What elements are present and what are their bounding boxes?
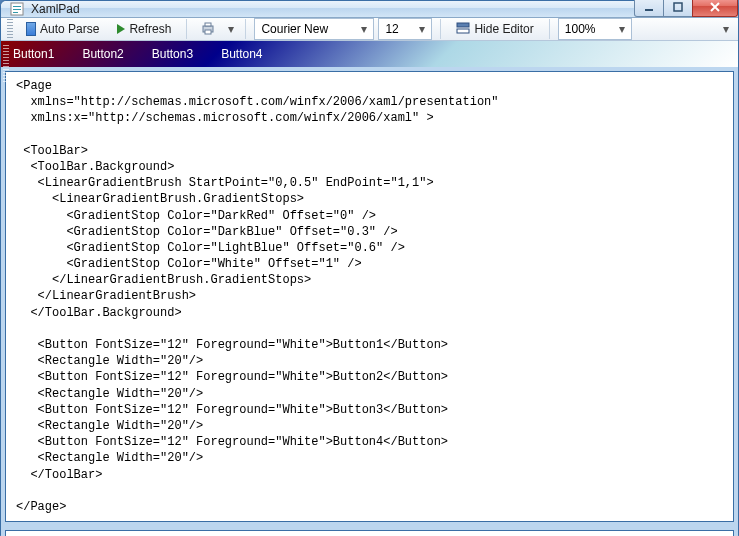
preview-button-2[interactable]: Button2 xyxy=(78,41,127,67)
svg-rect-10 xyxy=(457,29,469,33)
toolbar-grip-icon xyxy=(7,19,13,39)
close-button[interactable] xyxy=(692,0,738,17)
status-container: Done. Markup saved to "C:\Program Files\… xyxy=(1,526,738,536)
hide-editor-button[interactable]: Hide Editor xyxy=(449,18,540,40)
maximize-button[interactable] xyxy=(663,0,693,17)
svg-rect-1 xyxy=(13,6,21,7)
code-editor[interactable]: <Page xmlns="http://schemas.microsoft.co… xyxy=(5,71,734,522)
editor-container: <Page xmlns="http://schemas.microsoft.co… xyxy=(1,67,738,526)
toggle-icon xyxy=(26,22,36,36)
chevron-down-icon: ▾ xyxy=(615,22,629,36)
separator xyxy=(440,19,441,39)
auto-parse-label: Auto Parse xyxy=(40,22,99,36)
separator xyxy=(549,19,550,39)
panel-icon xyxy=(456,21,470,38)
zoom-value: 100% xyxy=(565,22,615,36)
window-buttons xyxy=(635,0,738,17)
zoom-combo[interactable]: 100% ▾ xyxy=(558,18,632,40)
hide-editor-label: Hide Editor xyxy=(474,22,533,36)
app-window: XamlPad Auto Parse Refresh ▾ Courier New… xyxy=(0,0,739,536)
separator xyxy=(245,19,246,39)
preview-button-1[interactable]: Button1 xyxy=(9,41,58,67)
titlebar[interactable]: XamlPad xyxy=(1,1,738,18)
svg-rect-9 xyxy=(457,23,469,27)
toolbar-grip-icon xyxy=(3,45,9,83)
font-size-value: 12 xyxy=(385,22,415,36)
overflow-dropdown[interactable]: ▾ xyxy=(720,22,732,36)
svg-rect-2 xyxy=(13,9,21,10)
svg-rect-3 xyxy=(13,12,18,13)
svg-rect-7 xyxy=(205,23,211,26)
minimize-button[interactable] xyxy=(634,0,664,17)
main-toolbar: Auto Parse Refresh ▾ Courier New ▾ 12 ▾ … xyxy=(1,18,738,41)
print-button[interactable] xyxy=(195,18,221,40)
chevron-down-icon: ▾ xyxy=(357,22,371,36)
preview-toolbar: Button1 Button2 Button3 Button4 xyxy=(1,41,738,67)
refresh-button[interactable]: Refresh xyxy=(110,18,178,40)
auto-parse-button[interactable]: Auto Parse xyxy=(19,18,106,40)
printer-icon xyxy=(200,20,216,39)
svg-rect-8 xyxy=(205,30,211,34)
svg-rect-5 xyxy=(674,3,682,11)
window-title: XamlPad xyxy=(31,2,635,16)
print-dropdown[interactable]: ▾ xyxy=(225,22,237,36)
font-value: Courier New xyxy=(261,22,357,36)
status-bar: Done. Markup saved to "C:\Program Files\… xyxy=(5,530,734,536)
separator xyxy=(186,19,187,39)
font-size-combo[interactable]: 12 ▾ xyxy=(378,18,432,40)
play-icon xyxy=(117,24,125,34)
preview-button-4[interactable]: Button4 xyxy=(217,41,266,67)
refresh-label: Refresh xyxy=(129,22,171,36)
svg-rect-4 xyxy=(645,9,653,11)
font-combo[interactable]: Courier New ▾ xyxy=(254,18,374,40)
preview-button-3[interactable]: Button3 xyxy=(148,41,197,67)
app-icon xyxy=(9,1,25,17)
chevron-down-icon: ▾ xyxy=(415,22,429,36)
